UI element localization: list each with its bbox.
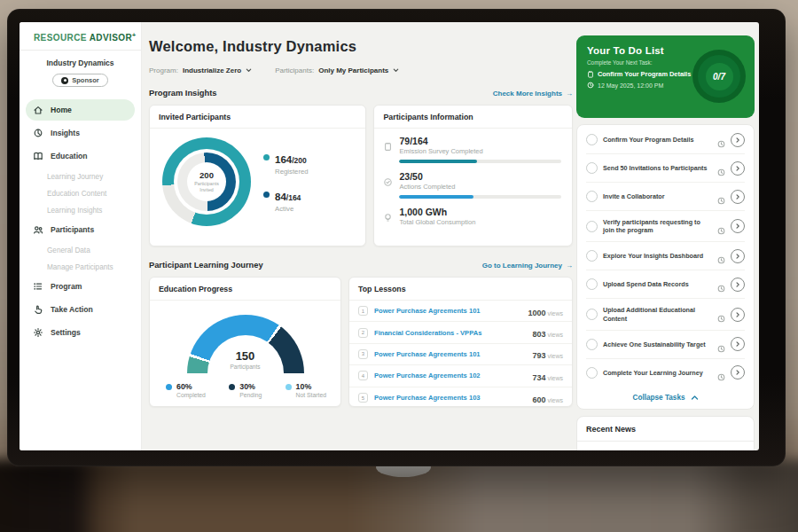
section-title-program-insights: Program Insights xyxy=(149,89,216,98)
task-checkbox[interactable] xyxy=(586,309,598,320)
task-row-send-invitations: Send 50 Invitations to Participants xyxy=(586,154,745,183)
task-go-button[interactable] xyxy=(731,161,745,176)
task-go-button[interactable] xyxy=(731,133,745,147)
lesson-title-link[interactable]: Power Purchase Agreements 101 xyxy=(374,350,526,358)
lesson-row: 4 Power Purchase Agreements 102 734views xyxy=(349,365,572,387)
go-to-learning-journey-link[interactable]: Go to Learning Journey → xyxy=(482,262,573,270)
task-row-complete-learning-journey: Complete Your Learning Journey xyxy=(586,359,745,387)
task-label: Invite a Collaborator xyxy=(603,192,712,201)
task-go-button[interactable] xyxy=(731,337,745,351)
task-label: Explore Your Insights Dashboard xyxy=(603,252,712,261)
recent-news-card: Recent News xyxy=(576,416,755,450)
check-more-insights-label: Check More Insights xyxy=(493,90,562,98)
settings-gear-icon xyxy=(33,327,43,338)
participants-filter-dropdown[interactable]: Participants: Only My Participants xyxy=(275,66,399,74)
todo-hero-card: Your To Do List Complete Your Next Task:… xyxy=(576,35,755,118)
progress-bar-track xyxy=(399,160,561,163)
task-go-button[interactable] xyxy=(731,190,745,204)
lesson-title-link[interactable]: Financial Considerations - VPPAs xyxy=(374,329,526,337)
task-checkbox[interactable] xyxy=(586,134,598,145)
clock-icon xyxy=(717,280,725,288)
learning-journey-header: Participant Learning Journey Go to Learn… xyxy=(149,261,573,270)
collapse-tasks-link[interactable]: Collapse Tasks xyxy=(586,387,745,406)
sidebar-divider xyxy=(20,50,141,51)
task-label: Achieve One Sustainability Target xyxy=(603,340,712,349)
sidebar: RESOURCE ADVISOR+ Industry Dynamics Spon… xyxy=(20,22,142,450)
task-checkbox[interactable] xyxy=(586,367,598,379)
todo-due-label: 12 May 2025, 12:00 PM xyxy=(598,82,663,89)
clock-icon xyxy=(717,136,725,144)
task-checkbox[interactable] xyxy=(586,278,598,290)
chevron-up-icon xyxy=(691,395,699,401)
registered-total: /200 xyxy=(292,156,307,165)
lesson-title-link[interactable]: Power Purchase Agreements 101 xyxy=(374,307,521,315)
main-content: Welcome, Industry Dynamics Program: Indu… xyxy=(149,22,573,450)
clock-icon xyxy=(717,223,725,231)
task-checkbox[interactable] xyxy=(586,250,598,262)
clipboard-icon xyxy=(587,71,594,78)
invited-participants-title: Invited Participants xyxy=(150,106,365,129)
task-checkbox[interactable] xyxy=(586,339,598,350)
sponsor-icon xyxy=(61,77,68,84)
progress-bar-fill xyxy=(399,195,473,199)
sidebar-item-education-content[interactable]: Education Content xyxy=(26,185,135,202)
stat-value: 1,000 GWh xyxy=(399,207,561,217)
todo-progress-count: 0/7 xyxy=(713,72,725,82)
sidebar-item-general-data[interactable]: General Data xyxy=(26,242,135,259)
brand-plus: + xyxy=(132,32,137,38)
stat-emission-survey: 79/164 Emission Survey Completed xyxy=(383,136,561,163)
gauge-legend: 60% Completed 30% Pending xyxy=(150,373,340,398)
invited-participants-card: Invited Participants 200 Participants In… xyxy=(149,105,366,246)
sidebar-item-settings[interactable]: Settings xyxy=(26,322,135,343)
sidebar-item-learning-journey[interactable]: Learning Journey xyxy=(26,168,135,185)
task-label: Send 50 Invitations to Participants xyxy=(603,164,712,173)
top-lessons-card: Top Lessons 1 Power Purchase Agreements … xyxy=(348,277,573,407)
actions-icon xyxy=(383,175,393,184)
check-more-insights-link[interactable]: Check More Insights → xyxy=(493,90,573,98)
sponsor-badge[interactable]: Sponsor xyxy=(52,74,107,87)
not-started-label: Not Started xyxy=(296,392,326,398)
sidebar-item-insights[interactable]: Insights xyxy=(26,122,135,144)
sidebar-item-program[interactable]: Program xyxy=(26,276,135,297)
task-go-button[interactable] xyxy=(731,278,745,292)
participants-information-body: 79/164 Emission Survey Completed 23/50 A… xyxy=(374,129,572,226)
legend-not-started: 10% Not Started xyxy=(286,382,326,398)
donut-center-label: Participants Invited xyxy=(187,181,226,192)
sidebar-item-manage-participants[interactable]: Manage Participants xyxy=(26,259,135,276)
task-go-button[interactable] xyxy=(731,249,745,263)
task-label: Complete Your Learning Journey xyxy=(603,369,712,378)
lesson-title-link[interactable]: Power Purchase Agreements 103 xyxy=(374,394,526,402)
sidebar-item-education[interactable]: Education xyxy=(26,145,135,167)
sidebar-item-home[interactable]: Home xyxy=(26,99,135,121)
lesson-views: 1000 xyxy=(528,309,545,317)
lesson-rank: 2 xyxy=(358,328,368,338)
task-checkbox[interactable] xyxy=(586,191,598,202)
top-lessons-title: Top Lessons xyxy=(349,278,572,301)
legend-dot-pending xyxy=(229,384,235,390)
lesson-title-link[interactable]: Power Purchase Agreements 102 xyxy=(374,372,526,379)
task-label: Upload Spend Data Records xyxy=(603,280,712,289)
task-checkbox[interactable] xyxy=(586,162,598,174)
sidebar-item-take-action[interactable]: Take Action xyxy=(26,299,135,320)
participants-filter-value: Only My Participants xyxy=(318,66,388,74)
todo-panel: Your To Do List Complete Your Next Task:… xyxy=(576,22,755,450)
lesson-rank: 4 xyxy=(358,371,368,380)
todo-next-task-label: Confirm Your Program Details xyxy=(598,70,691,78)
task-go-button[interactable] xyxy=(731,365,745,379)
sidebar-item-learning-insights[interactable]: Learning Insights xyxy=(26,202,135,219)
sidebar-item-participants[interactable]: Participants xyxy=(26,219,135,240)
sponsor-badge-label: Sponsor xyxy=(72,76,98,84)
task-go-button[interactable] xyxy=(731,219,745,233)
task-checkbox[interactable] xyxy=(586,221,598,232)
filters-row: Program: Industrialize Zero Participants… xyxy=(149,66,573,74)
clock-icon xyxy=(717,340,725,348)
sidebar-nav: Home Insights Education Learning Journey… xyxy=(20,99,141,343)
lesson-views: 734 xyxy=(532,373,545,382)
invited-participants-donut-chart: 200 Participants Invited xyxy=(162,137,251,226)
legend-active: 84/164 Active xyxy=(263,188,309,213)
insights-icon xyxy=(33,128,43,138)
task-go-button[interactable] xyxy=(731,308,745,322)
participants-icon xyxy=(33,224,43,235)
program-filter-dropdown[interactable]: Program: Industrialize Zero xyxy=(149,66,252,74)
lesson-views-suffix: views xyxy=(547,353,563,359)
